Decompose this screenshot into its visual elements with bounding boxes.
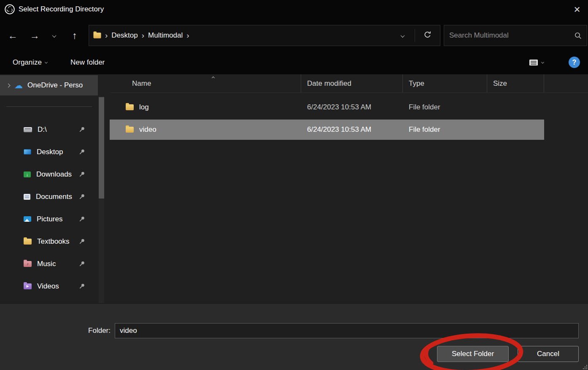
column-header-date-modified[interactable]: Date modified bbox=[301, 74, 403, 92]
select-folder-button[interactable]: Select Folder bbox=[437, 346, 509, 362]
chevron-down-icon bbox=[52, 33, 56, 38]
quick-access-list: D:\ Desktop ↓ Downloads Documents Pic bbox=[0, 118, 98, 297]
downloads-icon: ↓ bbox=[24, 171, 31, 177]
sidebar-scrollbar[interactable] bbox=[99, 96, 104, 303]
sidebar-item-label: Videos bbox=[37, 282, 59, 291]
sidebar-item-label: Downloads bbox=[36, 170, 72, 179]
column-header-type[interactable]: Type bbox=[403, 74, 487, 92]
pin-icon[interactable] bbox=[79, 261, 85, 267]
pin-icon[interactable] bbox=[79, 171, 85, 177]
file-row-log[interactable]: log 6/24/2023 10:53 AM File folder bbox=[110, 97, 544, 117]
dialog-content: ☁ OneDrive - Perso D:\ Desktop ↓ Downloa… bbox=[0, 74, 588, 303]
help-button[interactable]: ? bbox=[569, 57, 580, 68]
sidebar-divider bbox=[6, 106, 92, 107]
pin-icon[interactable] bbox=[79, 238, 85, 245]
address-dropdown-button[interactable] bbox=[394, 26, 411, 45]
pin-icon[interactable] bbox=[79, 216, 85, 222]
forward-button[interactable]: → bbox=[25, 26, 44, 45]
view-mode-button[interactable] bbox=[524, 54, 549, 71]
titlebar: Select Recording Directory × bbox=[0, 0, 588, 19]
sidebar-item-onedrive[interactable]: ☁ OneDrive - Perso bbox=[0, 75, 98, 95]
pictures-icon bbox=[24, 216, 31, 222]
sidebar-item-label: Pictures bbox=[37, 215, 62, 223]
file-date: 6/24/2023 10:53 AM bbox=[301, 125, 403, 134]
onedrive-cloud-icon: ☁ bbox=[14, 81, 23, 90]
file-date: 6/24/2023 10:53 AM bbox=[301, 103, 403, 112]
sidebar-item-label: Desktop bbox=[37, 148, 63, 156]
file-name: log bbox=[139, 103, 149, 112]
sidebar-item-desktop[interactable]: Desktop bbox=[0, 141, 98, 163]
sidebar-item-label: Textbooks bbox=[37, 237, 70, 246]
file-rows: log 6/24/2023 10:53 AM File folder video… bbox=[110, 93, 588, 140]
sidebar-item-music[interactable]: ♪ Music bbox=[0, 253, 98, 275]
dialog-footer: Folder: Select Folder Cancel bbox=[0, 303, 588, 370]
sidebar-item-label: D:\ bbox=[38, 125, 47, 134]
breadcrumb-item-multimodal[interactable]: Multimodal bbox=[148, 31, 183, 40]
new-folder-button[interactable]: New folder bbox=[65, 54, 110, 71]
navigation-pane: ☁ OneDrive - Perso D:\ Desktop ↓ Downloa… bbox=[0, 74, 110, 303]
folder-icon bbox=[93, 33, 101, 38]
breadcrumb-separator[interactable]: › bbox=[105, 31, 108, 40]
new-folder-label: New folder bbox=[70, 58, 105, 67]
pin-icon[interactable] bbox=[79, 283, 85, 289]
sidebar-item-label: Documents bbox=[36, 193, 72, 201]
sidebar-item-textbooks[interactable]: Textbooks bbox=[0, 230, 98, 253]
chevron-down-icon bbox=[541, 60, 544, 63]
breadcrumb-item-desktop[interactable]: Desktop bbox=[111, 31, 138, 40]
file-type: File folder bbox=[403, 103, 487, 112]
back-button[interactable]: ← bbox=[3, 26, 22, 45]
breadcrumb[interactable]: › Desktop › Multimodal › bbox=[89, 25, 440, 46]
pin-icon[interactable] bbox=[79, 149, 85, 155]
up-button[interactable]: ↑ bbox=[65, 26, 84, 45]
drive-icon bbox=[24, 127, 32, 132]
breadcrumb-separator[interactable]: › bbox=[142, 31, 144, 40]
videos-folder-icon: ▶ bbox=[24, 283, 32, 289]
sidebar-item-label: OneDrive - Perso bbox=[27, 81, 90, 90]
music-note-glyph: ♪ bbox=[24, 261, 32, 267]
folder-icon bbox=[126, 127, 134, 133]
file-type: File folder bbox=[403, 125, 487, 134]
file-row-video[interactable]: video 6/24/2023 10:53 AM File folder bbox=[110, 120, 544, 140]
sidebar-item-downloads[interactable]: ↓ Downloads bbox=[0, 163, 98, 185]
obs-logo-icon bbox=[4, 4, 15, 15]
folder-icon bbox=[126, 104, 134, 110]
window-chrome: Select Recording Directory × ← → ↑ › Des… bbox=[0, 0, 588, 74]
history-dropdown-button[interactable] bbox=[45, 26, 63, 45]
folder-name-input[interactable] bbox=[115, 323, 579, 338]
chevron-down-icon bbox=[45, 60, 48, 63]
file-name: video bbox=[139, 125, 156, 134]
search-box bbox=[444, 25, 587, 46]
cancel-button[interactable]: Cancel bbox=[518, 346, 579, 362]
play-glyph: ▶ bbox=[24, 283, 32, 289]
documents-icon bbox=[24, 194, 30, 200]
close-button[interactable]: × bbox=[569, 2, 585, 17]
folder-field-label: Folder: bbox=[84, 323, 111, 338]
search-input[interactable] bbox=[444, 25, 574, 46]
expand-chevron-icon[interactable] bbox=[6, 83, 11, 87]
sidebar-item-videos[interactable]: ▶ Videos bbox=[0, 275, 98, 297]
breadcrumb-separator[interactable]: › bbox=[186, 31, 189, 40]
sidebar-item-documents[interactable]: Documents bbox=[0, 185, 98, 208]
column-header-size[interactable]: Size bbox=[487, 74, 544, 92]
music-folder-icon: ♪ bbox=[24, 261, 32, 267]
details-view-icon bbox=[529, 59, 538, 66]
pin-icon[interactable] bbox=[79, 193, 85, 200]
sidebar-item-d-drive[interactable]: D:\ bbox=[0, 118, 98, 141]
sidebar-item-pictures[interactable]: Pictures bbox=[0, 208, 98, 230]
search-icon[interactable] bbox=[574, 32, 582, 39]
desktop-icon bbox=[24, 149, 31, 155]
organize-button[interactable]: Organize bbox=[8, 54, 52, 71]
refresh-button[interactable] bbox=[419, 26, 436, 45]
column-header-name[interactable]: Name bbox=[110, 74, 301, 92]
file-list: Name Date modified Type Size log 6/24/20… bbox=[110, 74, 588, 303]
pin-icon[interactable] bbox=[79, 126, 85, 133]
window-title: Select Recording Directory bbox=[19, 5, 104, 14]
chevron-down-icon bbox=[400, 33, 405, 38]
sidebar-item-label: Music bbox=[37, 260, 56, 268]
organize-label: Organize bbox=[13, 58, 42, 67]
folder-icon bbox=[24, 239, 32, 245]
scrollbar-thumb[interactable] bbox=[99, 97, 104, 199]
column-headers: Name Date modified Type Size bbox=[110, 74, 588, 93]
refresh-icon bbox=[423, 31, 432, 39]
divider bbox=[415, 29, 415, 42]
